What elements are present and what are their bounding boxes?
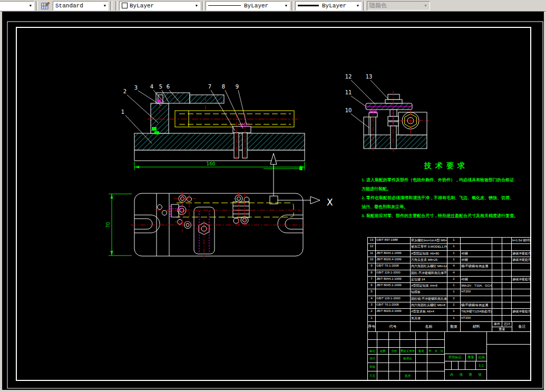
cell-no: 11 — [368, 251, 376, 257]
cell-total-weight — [502, 270, 512, 276]
cell-no: 4 — [368, 296, 376, 302]
cell-total-weight — [502, 238, 512, 243]
drawing-title-cell — [487, 345, 530, 380]
cell-code: JB/T 8045.1-1999 — [376, 283, 411, 289]
balloon-7: 7 — [208, 84, 211, 90]
header-weight: 重量 — [492, 327, 512, 332]
company-name-cell — [487, 332, 530, 345]
cell-no: 8 — [368, 270, 376, 276]
cell-remark: 渗碳淬硬处理 — [512, 309, 531, 315]
table-row: 8 GB/T 119.1-2000 圆柱-不淬硬钢和奥氏体不锈钢 4×20 4 — [368, 270, 530, 277]
cell-unit-weight — [492, 257, 502, 263]
front-section-view — [134, 93, 305, 161]
table-row: 4 GB/T 119.1-2000 圆柱销-不淬硬钢和奥氏体不锈钢 1×10 2 — [368, 296, 530, 302]
cell-material: 45钢 — [461, 251, 492, 257]
cell-remark — [512, 289, 531, 295]
cell-remark — [512, 283, 531, 289]
cell-no: 10 — [368, 257, 376, 263]
cell-material: 钢/不锈钢/有色金属 — [461, 263, 492, 269]
cell-no: 7 — [368, 277, 376, 282]
cell-no: 12 — [368, 244, 376, 250]
label-approve: 批准 — [400, 371, 416, 380]
stage-value-row: 1:1 — [445, 361, 486, 370]
cell-total-weight — [502, 302, 512, 308]
cell-material: HT200 — [461, 316, 492, 321]
review-row: 审核 — [368, 363, 444, 371]
table-row: 10 JB/T 8026.4-1999 六角头支承 M6×25 1 45钢 渗碳… — [368, 257, 530, 263]
cell-name: 双头螺柱bm=1d-A型 M6×30 — [411, 238, 447, 243]
label-sign: 签名 — [416, 348, 427, 354]
stage-label-row: 阶段标记 重量 比例 — [445, 354, 486, 361]
cell-no: 13 — [368, 238, 376, 243]
header-weight-group: 单件 总计 重量 — [492, 322, 512, 331]
label-standardize: 标准化 — [400, 355, 416, 362]
cell-remark — [512, 270, 531, 276]
cell-qty: 1 — [447, 257, 461, 263]
label-scale: 比例 — [476, 354, 486, 361]
cell-code — [376, 244, 411, 250]
cell-qty: 1 — [447, 283, 461, 289]
header-remark: 备注 — [512, 322, 532, 331]
cell-total-weight — [502, 257, 512, 263]
table-row: 12 被加工零件 0.MODEL1.PART 1 — [368, 244, 530, 250]
cell-unit-weight — [492, 277, 502, 282]
balloon-13: 13 — [366, 74, 373, 80]
cell-code: GB/T 70.1-2008 — [376, 302, 411, 308]
cell-name: A型支承板 A6×4 — [411, 309, 447, 315]
cell-qty: 2 — [447, 302, 461, 308]
cell-name: 被加工零件 0.MODEL1.PART — [411, 244, 447, 250]
balloon-12: 12 — [345, 74, 352, 80]
cell-code: JB/T 8044.1-1999 — [376, 251, 411, 257]
balloon-1: 1 — [121, 109, 124, 115]
tech-req-line: 1. 进入装配的零件及部件（包括外购件、外协件），均必须具有检验部门的合格证 — [362, 175, 531, 184]
parts-list-table: 1 夹具体 1 HT200 2 JB/T 8029.2-1999 A型支承板 A… — [367, 237, 531, 332]
cell-name: 定位键 14 — [411, 277, 447, 282]
cell-name: A型固定钻套 A6×80 — [411, 251, 447, 257]
label-sheet-zhang: 张 — [459, 373, 463, 377]
revision-blank-row — [368, 332, 444, 340]
header-qty: 数量 — [447, 322, 461, 331]
cell-total-weight — [502, 316, 512, 321]
cell-remark — [512, 296, 531, 302]
cell-qty: 1 — [447, 316, 461, 321]
title-block: 标记 处数 分区 更改文件号 签名 年、月、日 设计 标准化 审核 工艺 批准 … — [367, 332, 531, 380]
title-block-middle: 阶段标记 重量 比例 1:1 共 张 第 张 — [445, 332, 487, 380]
table-row: 7 JB/T 8044.1-1999 定位键 14 2 45钢 渗碳淬硬处理 — [368, 277, 530, 283]
dim-width-text: 70 — [105, 222, 111, 228]
cell-name: A型固定钻套 A4×8 — [411, 283, 447, 289]
cell-remark: b=1.5d 镀锌钝化 — [512, 238, 531, 243]
cell-remark: 渗碳淬硬处理 — [512, 257, 531, 263]
cell-qty: 2 — [447, 277, 461, 282]
cell-remark: 渗碳淬硬处理 — [512, 251, 531, 257]
cell-remark — [512, 316, 531, 321]
dim-length-text: 160 — [206, 161, 215, 166]
label-date: 年、月、日 — [427, 348, 444, 354]
cell-material: 45钢 — [461, 277, 492, 282]
dimension-width: 70 — [105, 194, 132, 256]
dimension-length: 160 — [134, 161, 305, 170]
cell-qty: 4 — [447, 270, 461, 276]
cell-unit-weight — [492, 283, 502, 289]
cell-total-weight — [502, 296, 512, 302]
cell-qty: 1 — [447, 289, 461, 295]
cell-name: 钻模板 — [411, 289, 447, 295]
process-row: 工艺 批准 — [368, 371, 444, 380]
balloon-4: 4 — [150, 84, 153, 90]
table-row: 1 夹具体 1 HT200 — [368, 316, 530, 321]
drawing-number-cell — [445, 332, 486, 354]
cell-unit-weight — [492, 263, 502, 269]
title-block-revision-area: 标记 处数 分区 更改文件号 签名 年、月、日 设计 标准化 审核 工艺 批准 — [368, 332, 445, 380]
header-no: 序号 — [368, 322, 376, 331]
cell-qty: 1 — [447, 251, 461, 257]
cell-total-weight — [502, 277, 512, 282]
label-mark: 标记 — [368, 348, 377, 354]
cell-material — [461, 296, 492, 302]
cell-no: 1 — [368, 316, 376, 321]
tech-req-line: 方能进行装配。 — [362, 184, 531, 193]
balloon-3: 3 — [134, 85, 138, 91]
revision-label-row: 标记 处数 分区 更改文件号 签名 年、月、日 — [368, 348, 444, 355]
tech-req-line: 3. 装配前应对零、部件的主要配合尺寸，特别是过盈配合尺寸及相关精度进行复查。 — [362, 211, 531, 220]
cell-qty: 4 — [447, 263, 461, 269]
header-material: 材料 — [461, 322, 492, 331]
parts-list-rows: 1 夹具体 1 HT200 2 JB/T 8029.2-1999 A型支承板 A… — [368, 238, 530, 321]
